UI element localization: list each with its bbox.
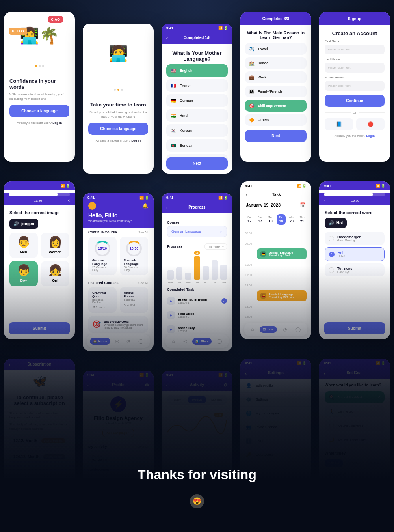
next-button[interactable]: Next xyxy=(166,157,228,170)
nav-profile[interactable]: ◯ xyxy=(135,337,147,345)
add-language-button[interactable]: Add Language + xyxy=(102,429,134,437)
login-link[interactable]: Log in xyxy=(131,139,141,142)
reason-option[interactable]: 🏫School xyxy=(245,57,307,69)
nav-home[interactable]: ⌂ xyxy=(248,325,257,334)
language-option[interactable]: 🇮🇳Hindi xyxy=(166,109,228,122)
settings-row[interactable]: ⚙️Settings xyxy=(240,393,311,407)
choose-language-button[interactable]: Choose a language xyxy=(88,123,148,135)
week-select[interactable]: This Week ⌄ xyxy=(204,243,227,250)
nav-stats[interactable]: ◔ xyxy=(123,337,134,345)
close-icon[interactable]: ✕ xyxy=(67,199,70,202)
back-icon[interactable]: ‹ xyxy=(9,362,10,368)
tab[interactable]: Weekly xyxy=(188,396,206,403)
event[interactable]: 🇩🇪German LanguageRemaining 5 Task xyxy=(257,248,307,259)
day-button[interactable]: Sun17 xyxy=(256,214,265,225)
nav-stats[interactable]: ◔ xyxy=(280,325,290,334)
reason-option[interactable]: 🔶Others xyxy=(245,114,307,126)
tab[interactable]: Monthly xyxy=(208,396,226,403)
task-row[interactable]: ▶Erater Tag in BerlinLesson 1✓ xyxy=(162,294,232,308)
featured-card[interactable]: Grammar Quiz Business English ⏱ 2 hours xyxy=(88,287,117,313)
back-icon[interactable]: ‹ xyxy=(166,383,168,388)
calendar-icon[interactable]: 📅 xyxy=(300,202,306,208)
task-row[interactable]: ▶First StepsLesson 2 xyxy=(162,308,232,322)
back-icon[interactable]: ‹ xyxy=(87,383,89,388)
word-pill[interactable]: 🔊Hoi xyxy=(325,218,347,228)
goal-banner[interactable]: 🎯 Set Weekly Goal!Who set a weekly goal … xyxy=(88,316,148,333)
see-all-link[interactable]: See All xyxy=(138,231,148,234)
text-input[interactable]: Placeholder text xyxy=(325,63,385,73)
reason-option[interactable]: 👪Family/Friends xyxy=(245,86,307,97)
course-card[interactable]: 10/30 Spanish Language 30 Classes · Easy xyxy=(120,237,148,275)
event[interactable]: 🇪🇸Spanish LanguageRemaining 20 Tasks xyxy=(257,290,307,301)
gear-icon[interactable]: ⚙ xyxy=(224,383,228,388)
login-link[interactable]: Log in xyxy=(52,121,62,125)
language-option[interactable]: 🇺🇸English xyxy=(166,64,228,77)
nav-task[interactable]: ☑ Task xyxy=(260,326,277,333)
answer-option[interactable]: HoiHello! xyxy=(325,247,385,261)
quiz-option[interactable]: 👨Men xyxy=(9,233,38,258)
quiz-option[interactable]: 👩Women xyxy=(41,233,69,258)
language-option[interactable]: 🇩🇪German xyxy=(166,94,228,107)
day-button[interactable]: Thu21 xyxy=(297,214,307,225)
back-icon[interactable]: ‹ xyxy=(166,205,168,211)
course-dropdown[interactable]: German Language⌄ xyxy=(167,226,227,237)
back-icon[interactable]: ‹ xyxy=(324,371,325,376)
view-all-link[interactable]: View All xyxy=(137,445,148,449)
google-button[interactable]: 🔴 xyxy=(356,118,385,130)
word-pill[interactable]: 🔊jongen xyxy=(9,219,38,229)
settings-row[interactable]: ℹ️FAQ xyxy=(240,434,311,448)
settings-row[interactable]: 🌐My Languages xyxy=(240,407,311,420)
submit-button[interactable]: Submit xyxy=(324,322,385,334)
nav-stats[interactable]: 📊 Stats xyxy=(192,338,212,345)
gear-icon[interactable]: ⚙ xyxy=(145,383,149,388)
goal-option[interactable]: 🍳Around Breakfast✓ xyxy=(325,391,385,403)
time-option[interactable]: 10:00 Am xyxy=(366,459,385,467)
text-input[interactable]: Placeholder text xyxy=(325,81,385,91)
goal-option[interactable]: 🍽️Around Lunchtime xyxy=(325,420,385,431)
choose-language-button[interactable]: Choose a language xyxy=(9,105,69,117)
plan-option[interactable]: 12.12/ Month1 week free trial xyxy=(9,434,69,447)
back-icon[interactable]: ‹ xyxy=(166,35,168,41)
day-button[interactable]: Wed20 xyxy=(287,214,296,225)
language-option[interactable]: 🇫🇷French xyxy=(166,79,228,92)
next-button[interactable]: Next xyxy=(245,130,307,142)
settings-row[interactable]: 👤Edit Profile xyxy=(240,379,311,393)
day-button[interactable]: Tue19 xyxy=(277,214,286,225)
reason-option[interactable]: ✈️Travel xyxy=(245,43,307,55)
nav-profile[interactable]: ◯ xyxy=(292,325,304,334)
language-option[interactable]: 🇧🇩Bengali xyxy=(166,139,228,152)
facebook-button[interactable]: 📘 xyxy=(325,118,353,130)
language-option[interactable]: 🇰🇷Korean xyxy=(166,124,228,137)
quiz-option[interactable]: 👧Girl xyxy=(41,261,69,286)
see-all-link[interactable]: See All xyxy=(138,281,148,285)
tab[interactable]: Daily xyxy=(168,396,186,403)
nav-home[interactable]: 🏠 Home xyxy=(90,338,110,345)
day-button[interactable]: Sat17 xyxy=(245,214,254,225)
back-icon[interactable]: ‹ xyxy=(245,371,247,376)
featured-card[interactable]: Online Phrase Business ⏱ 2 hour xyxy=(120,287,148,313)
reason-option[interactable]: 💼Work xyxy=(245,71,307,83)
nav-home[interactable]: ⌂ xyxy=(169,337,178,345)
quiz-option[interactable]: 👦Boy xyxy=(9,261,38,286)
day-button[interactable]: Mon18 xyxy=(266,214,275,225)
settings-row[interactable]: 🔑Get Access xyxy=(240,448,311,462)
time-option[interactable]: 9:00 Am xyxy=(346,459,364,467)
login-link[interactable]: Login xyxy=(366,134,375,138)
time-option[interactable]: 8:00 Am xyxy=(325,459,343,467)
goal-option[interactable]: 🚶On The Go xyxy=(325,405,385,417)
course-card[interactable]: 15/20 German Language 20 Classes · Easy xyxy=(88,237,117,275)
nav-task[interactable]: ◎ xyxy=(180,337,190,345)
bell-icon[interactable]: 🔔 xyxy=(142,203,148,209)
text-input[interactable]: Placeholder text xyxy=(325,45,385,54)
plan-option[interactable]: 124.12/ MonthYearly Special xyxy=(9,450,69,463)
goal-option[interactable]: 🌙Around Dinner Time xyxy=(325,434,385,446)
submit-button[interactable]: Submit xyxy=(9,322,70,334)
back-icon[interactable]: ‹ xyxy=(324,199,325,202)
nav-profile[interactable]: ◯ xyxy=(214,337,225,345)
answer-option[interactable]: Tot ziensGood Bye! xyxy=(325,263,385,276)
back-icon[interactable]: ‹ xyxy=(246,192,247,197)
answer-option[interactable]: GoedemorgenGood Morning! xyxy=(325,232,385,245)
nav-task[interactable]: ◎ xyxy=(112,337,122,345)
continue-button[interactable]: Continue xyxy=(325,95,385,107)
avatar[interactable] xyxy=(88,202,96,210)
